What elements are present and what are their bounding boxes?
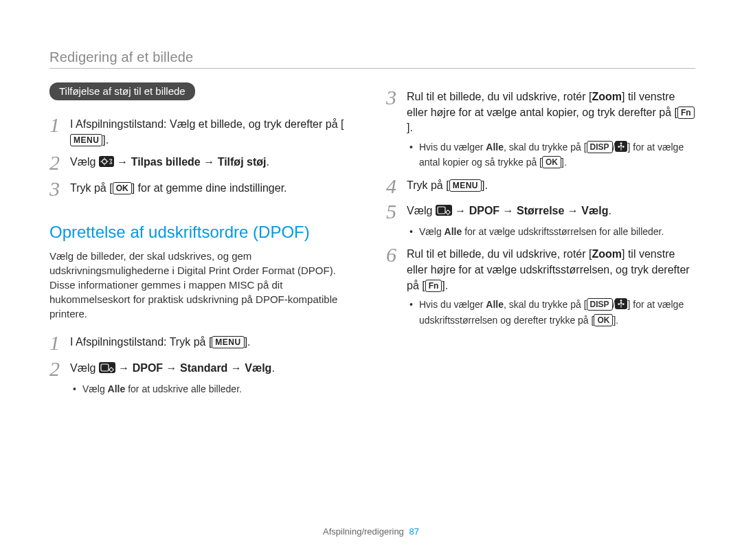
bullet-dot-icon: • — [409, 225, 419, 238]
header-rule — [49, 68, 695, 69]
step-number: 2 — [49, 358, 70, 380]
step-number: 1 — [49, 332, 70, 354]
step-number: 3 — [386, 87, 407, 109]
step-text: Vælg → DPOF → Standard → Vælg. • Vælg Al… — [70, 358, 359, 397]
step-text: Rul til et billede, du vil udskrive, rot… — [407, 244, 695, 328]
svg-point-27 — [620, 300, 622, 302]
step-text: I Afspilningstilstand: Tryk på [MENU]. — [70, 332, 359, 350]
card-gear-icon — [99, 362, 115, 378]
flower-icon — [615, 141, 627, 155]
right-column: 3 Rul til et billede, du vil udskrive, r… — [386, 82, 695, 401]
flower-icon — [615, 298, 627, 313]
bullet-dot-icon: • — [409, 298, 419, 327]
step-row: 6 Rul til et billede, du vil udskrive, r… — [386, 244, 695, 328]
left-column: Tilføjelse af støj til et billede 1 I Af… — [49, 82, 359, 401]
step-row: 2 Vælg → DPOF → Standard → Vælg. • Vælg … — [49, 358, 359, 397]
page-footer: Afspilning/redigering 87 — [0, 526, 742, 537]
step-row: 3 Rul til et billede, du vil udskrive, r… — [386, 87, 695, 171]
step-text: Tryk på [MENU]. — [407, 175, 695, 194]
sub-bullet: • Vælg Alle for at udskrive alle billede… — [73, 382, 359, 396]
svg-point-29 — [622, 304, 625, 306]
sub-bullet: • Hvis du vælger Alle, skal du trykke på… — [409, 298, 695, 327]
step-row: 1 I Afspilningstilstand: Vælg et billede… — [49, 114, 359, 148]
card-gear-icon — [436, 205, 452, 221]
step-row: 2 Vælg → Tilpas billede → Tilføj støj. — [49, 152, 359, 174]
ok-key-icon: OK — [113, 182, 132, 194]
ok-key-icon: OK — [594, 314, 613, 326]
step-number: 3 — [49, 178, 70, 200]
bullet-dot-icon: • — [409, 140, 419, 170]
svg-point-26 — [620, 302, 622, 304]
step-text: Tryk på [OK] for at gemme dine indstilli… — [70, 178, 359, 197]
menu-key-icon: MENU — [70, 134, 102, 146]
step-row: 3 Tryk på [OK] for at gemme dine indstil… — [49, 178, 359, 200]
fn-key-icon: Fn — [677, 107, 695, 119]
svg-point-14 — [620, 145, 622, 147]
edit-gear-icon — [99, 156, 114, 172]
bullet-dot-icon: • — [73, 382, 82, 396]
step-text: Vælg → DPOF → Størrelse → Vælg. • Vælg A… — [407, 201, 695, 240]
step-number: 1 — [49, 114, 70, 136]
fn-key-icon: Fn — [425, 280, 442, 292]
step-number: 5 — [386, 201, 407, 223]
footer-text: Afspilning/redigering — [323, 526, 404, 537]
svg-point-28 — [618, 304, 620, 306]
page-number: 87 — [409, 526, 418, 537]
sub-bullet: • Hvis du vælger Alle, skal du trykke på… — [409, 140, 695, 170]
disp-key-icon: DISP — [587, 141, 613, 153]
svg-point-17 — [622, 146, 625, 148]
ok-key-icon: OK — [542, 156, 561, 168]
two-column-layout: Tilføjelse af støj til et billede 1 I Af… — [49, 82, 695, 401]
step-row: 5 Vælg → DPOF → Størrelse → Vælg. • Vælg… — [386, 201, 695, 240]
sub-bullet: • Vælg Alle for at vælge udskriftsstørre… — [409, 225, 695, 238]
svg-point-15 — [620, 142, 622, 144]
step-number: 2 — [49, 152, 70, 174]
step-text: I Afspilningstilstand: Vælg et billede, … — [70, 114, 359, 148]
step-text: Vælg → Tilpas billede → Tilføj støj. — [70, 152, 359, 172]
manual-page: Redigering af et billede Tilføjelse af s… — [0, 0, 742, 560]
svg-point-16 — [618, 146, 620, 148]
section-paragraph: Vælg de billeder, der skal udskrives, og… — [49, 249, 359, 321]
menu-key-icon: MENU — [449, 179, 482, 192]
step-number: 6 — [386, 244, 407, 266]
step-row: 1 I Afspilningstilstand: Tryk på [MENU]. — [49, 332, 359, 354]
menu-key-icon: MENU — [212, 336, 244, 348]
step-row: 4 Tryk på [MENU]. — [386, 175, 695, 197]
disp-key-icon: DISP — [587, 298, 613, 311]
step-number: 4 — [386, 175, 407, 197]
step-text: Rul til et billede, du vil udskrive, rot… — [407, 87, 695, 171]
section-heading: Oprettelse af udskriftsordre (DPOF) — [49, 223, 359, 242]
page-header: Redigering af et billede — [49, 49, 695, 65]
subsection-pill: Tilføjelse af støj til et billede — [49, 82, 195, 100]
